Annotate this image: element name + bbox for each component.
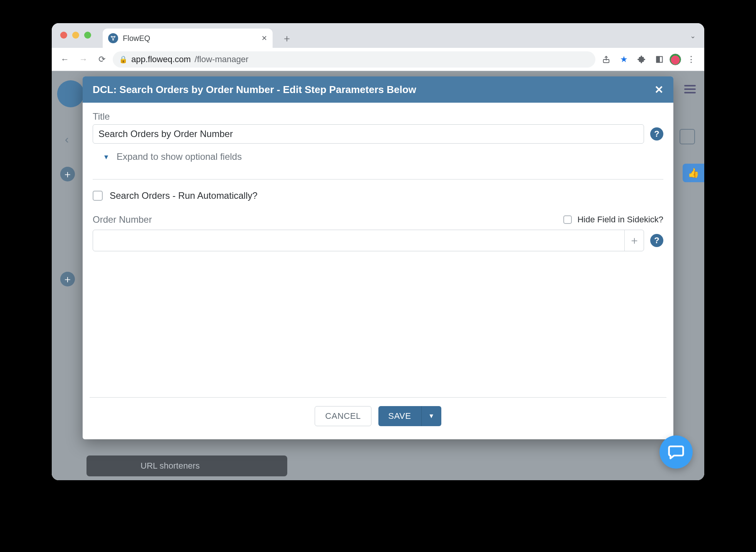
tab-favicon <box>108 33 118 43</box>
save-button-group: SAVE ▼ <box>378 406 441 426</box>
order-number-help-icon[interactable]: ? <box>650 234 663 247</box>
save-button[interactable]: SAVE <box>378 406 421 426</box>
nav-reload-button[interactable]: ⟳ <box>94 52 110 67</box>
order-number-input[interactable] <box>93 230 624 251</box>
tabs-dropdown-button[interactable]: ⌄ <box>690 32 696 40</box>
app-viewport: ‹ ＋ ＋ 👍 URL shorteners DCL: Search Order… <box>52 71 704 480</box>
modal-title: DCL: Search Orders by Order Number - Edi… <box>93 84 416 96</box>
run-automatically-label: Search Orders - Run Automatically? <box>110 190 258 201</box>
window-controls <box>60 32 91 39</box>
svg-point-2 <box>113 39 114 41</box>
nav-forward-button[interactable]: → <box>76 52 91 67</box>
bg-back-chevron-icon: ‹ <box>65 133 69 146</box>
modal-close-button[interactable]: ✕ <box>654 83 663 96</box>
window-minimize-button[interactable] <box>72 32 79 39</box>
bg-url-shorteners-card: URL shorteners <box>86 455 287 476</box>
run-automatically-checkbox[interactable] <box>93 191 103 201</box>
order-number-input-wrapper: ＋ <box>93 230 644 251</box>
nav-back-button[interactable]: ← <box>57 52 73 67</box>
address-bar[interactable]: 🔒 app.floweq.com/flow-manager <box>113 51 595 68</box>
save-dropdown-button[interactable]: ▼ <box>421 406 441 426</box>
svg-point-1 <box>114 36 115 37</box>
bg-list-icon <box>680 129 695 144</box>
bookmark-star-icon[interactable]: ★ <box>616 52 632 67</box>
svg-point-0 <box>111 36 112 37</box>
title-help-icon[interactable]: ? <box>650 127 663 141</box>
title-input[interactable] <box>93 124 644 144</box>
share-icon[interactable] <box>598 52 614 67</box>
browser-window: FlowEQ ✕ ＋ ⌄ ← → ⟳ 🔒 app.floweq.com/flow… <box>52 23 704 480</box>
bg-hamburger-icon <box>684 85 696 93</box>
tab-close-button[interactable]: ✕ <box>261 34 267 42</box>
url-path: /flow-manager <box>195 54 248 64</box>
edit-step-modal: DCL: Search Orders by Order Number - Edi… <box>83 76 673 439</box>
run-automatically-row: Search Orders - Run Automatically? <box>93 190 663 201</box>
bg-feedback-tab: 👍 <box>683 164 704 182</box>
window-zoom-button[interactable] <box>84 32 91 39</box>
tab-title: FlowEQ <box>123 34 257 43</box>
bg-add-step-button-2: ＋ <box>60 272 75 286</box>
bg-add-step-button: ＋ <box>60 167 75 181</box>
svg-rect-5 <box>657 56 660 62</box>
new-tab-button[interactable]: ＋ <box>280 31 294 46</box>
url-domain: app.floweq.com <box>131 54 191 64</box>
profile-avatar[interactable] <box>670 54 681 65</box>
section-divider <box>93 179 663 179</box>
cancel-button[interactable]: CANCEL <box>315 406 371 426</box>
lock-icon: 🔒 <box>119 55 127 64</box>
tab-strip: FlowEQ ✕ ＋ ⌄ <box>52 23 704 48</box>
expand-optional-label: Expand to show optional fields <box>117 151 242 162</box>
order-number-label: Order Number <box>93 214 152 225</box>
hide-field-checkbox[interactable] <box>563 215 572 224</box>
browser-toolbar: ← → ⟳ 🔒 app.floweq.com/flow-manager ★ ⋮ <box>52 48 704 71</box>
expand-optional-fields-toggle[interactable]: ▾ Expand to show optional fields <box>93 151 663 162</box>
chevron-down-icon: ▾ <box>104 152 108 161</box>
browser-tab[interactable]: FlowEQ ✕ <box>103 29 273 48</box>
modal-header: DCL: Search Orders by Order Number - Edi… <box>83 76 673 103</box>
modal-footer: CANCEL SAVE ▼ <box>90 397 666 439</box>
modal-body: Title ? ▾ Expand to show optional fields… <box>83 103 673 397</box>
window-close-button[interactable] <box>60 32 67 39</box>
app-logo <box>57 80 84 107</box>
title-field-label: Title <box>93 111 663 122</box>
chat-launcher-button[interactable] <box>659 435 693 469</box>
toolbar-right: ★ ⋮ <box>598 52 699 67</box>
extensions-icon[interactable] <box>634 52 649 67</box>
panel-icon[interactable] <box>652 52 667 67</box>
browser-menu-button[interactable]: ⋮ <box>683 52 699 67</box>
hide-field-label: Hide Field in Sidekick? <box>577 215 663 225</box>
order-number-add-button[interactable]: ＋ <box>624 230 644 251</box>
